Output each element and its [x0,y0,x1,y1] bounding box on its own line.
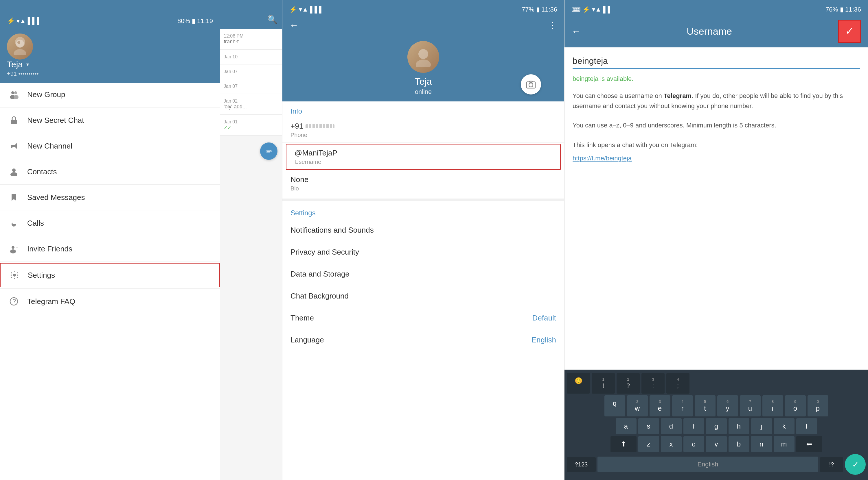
key-a[interactable]: a [616,418,637,434]
username-row[interactable]: @ManiTejaP Username [286,144,561,170]
key-punct[interactable]: !? [820,457,843,472]
delete-key[interactable]: ⬅ [796,436,822,452]
settings-row-language[interactable]: Language English [282,329,564,351]
divider-4 [0,184,220,185]
compose-area: ✏ [220,136,282,164]
settings-section-label: Settings [282,203,564,219]
status-icons-right: 80% ▮ 11:19 [177,18,213,25]
key-o[interactable]: 9o [785,395,806,416]
key-m[interactable]: m [774,436,795,452]
compose-button[interactable]: ✏ [260,142,277,160]
battery-icon-3: ▮ [840,6,843,13]
chat-item-6[interactable]: Jan 01 ✓✓ [220,115,282,136]
username-input[interactable] [572,56,860,69]
key-n[interactable]: n [751,436,772,452]
status-icons-left-2: ⚡ ▾▲ ▌▌▌ [289,6,324,13]
key-h[interactable]: h [728,418,749,434]
key-k[interactable]: k [774,418,795,434]
settings-row-notifications[interactable]: Notifications and Sounds [282,219,564,241]
key-z[interactable]: z [638,436,659,452]
key-exclaim[interactable]: 1! [592,373,615,393]
more-options-button[interactable]: ⋮ [548,20,557,31]
enter-key[interactable]: ✓ [845,454,866,475]
key-j[interactable]: j [751,418,772,434]
chat-item-3[interactable]: Jan 07 [220,64,282,79]
key-v[interactable]: v [706,436,727,452]
status-icons-right-3: 76% ▮ 11:36 [826,6,861,13]
new-group-icon [9,89,19,100]
key-d[interactable]: d [661,418,682,434]
status-bar-3: ⌨ ⚡ ▾▲ ▌▌ 76% ▮ 11:36 [564,0,868,16]
chat-item-4[interactable]: Jan 07 [220,79,282,94]
bio-row: None Bio [282,171,564,196]
settings-row-privacy[interactable]: Privacy and Security [282,241,564,263]
dropdown-arrow-icon[interactable]: ▾ [26,61,29,68]
key-s[interactable]: s [638,418,659,434]
camera-button[interactable] [521,74,541,95]
key-l[interactable]: l [796,418,817,434]
key-space[interactable]: English [597,456,818,472]
settings-row-chat-background[interactable]: Chat Background [282,285,564,307]
key-f[interactable]: f [683,418,704,434]
key-q[interactable]: q [604,395,625,416]
svg-point-9 [12,169,16,172]
sidebar-item-contacts[interactable]: Contacts [0,160,220,183]
key-c[interactable]: c [683,436,704,452]
signal-icon-2: ▌▌▌ [310,6,324,13]
theme-label: Theme [290,313,314,322]
username-info-1: You can choose a username on Telegram. I… [564,86,868,115]
back-button-3[interactable]: ← [571,26,581,37]
sidebar-item-new-group[interactable]: New Group [0,83,220,106]
megaphone-icon [9,141,19,151]
sidebar-item-new-secret-chat[interactable]: New Secret Chat [0,109,220,132]
key-g[interactable]: g [706,418,727,434]
username-value: @ManiTejaP [294,148,552,158]
key-b[interactable]: b [728,436,749,452]
key-t[interactable]: 5t [695,395,715,416]
key-question[interactable]: 2? [617,373,640,393]
signal-icon: ▌▌▌ [28,18,41,25]
key-i[interactable]: 8i [763,395,783,416]
svg-point-12 [10,249,16,253]
key-colon[interactable]: 3: [642,373,664,393]
sidebar-item-label-new-secret-chat: New Secret Chat [27,116,84,125]
shift-key[interactable]: ⬆ [611,436,637,452]
key-semicolon[interactable]: 4; [666,373,689,393]
language-value: English [531,336,556,344]
settings-row-data-storage[interactable]: Data and Storage [282,263,564,285]
chat-item-5[interactable]: Jan 02 'oly' add... [220,94,282,115]
svg-rect-8 [11,146,12,148]
key-p[interactable]: 0p [808,395,828,416]
key-w[interactable]: 2w [627,395,648,416]
telegram-link[interactable]: https://t.me/beingteja [564,155,868,168]
privacy-label: Privacy and Security [290,248,359,256]
username-info-3: This link opens a chat with you on Teleg… [564,135,868,155]
key-u[interactable]: 7u [740,395,761,416]
status-icons-left-3: ⌨ ⚡ ▾▲ ▌▌ [571,6,612,13]
chat-item-2[interactable]: Jan 10 [220,50,282,64]
key-x[interactable]: x [661,436,682,452]
search-icon[interactable]: 🔍 [267,15,277,24]
key-r[interactable]: 4r [672,395,693,416]
signal-icon-3: ▌▌ [603,6,612,13]
key-123[interactable]: ?123 [567,457,596,472]
settings-divider [282,199,564,201]
back-button[interactable]: ← [289,20,299,31]
key-y[interactable]: 6y [717,395,738,416]
sidebar-item-invite-friends[interactable]: + Invite Friends [0,237,220,261]
key-e[interactable]: 3e [650,395,671,416]
chat-item-1[interactable]: 12:06 PM tranh-t... [220,29,282,50]
svg-point-6 [14,95,19,99]
save-username-button[interactable]: ✓ [838,20,861,43]
sidebar-item-telegram-faq[interactable]: ? Telegram FAQ [0,290,220,313]
battery-icon: ▮ [192,18,195,25]
sidebar-item-saved-messages[interactable]: Saved Messages [0,186,220,209]
sidebar-item-new-channel[interactable]: New Channel [0,134,220,158]
settings-row-theme[interactable]: Theme Default [282,307,564,329]
sidebar-item-settings[interactable]: Settings [0,263,220,287]
chat-list: 12:06 PM tranh-t... Jan 10 Jan 07 Jan 07… [220,29,282,164]
notifications-label: Notifications and Sounds [290,226,374,235]
key-emoji[interactable]: 😊 [567,373,590,393]
panel2-header: ⚡ ▾▲ ▌▌▌ 77% ▮ 11:36 ← ⋮ [282,0,564,35]
sidebar-item-calls[interactable]: Calls [0,211,220,235]
